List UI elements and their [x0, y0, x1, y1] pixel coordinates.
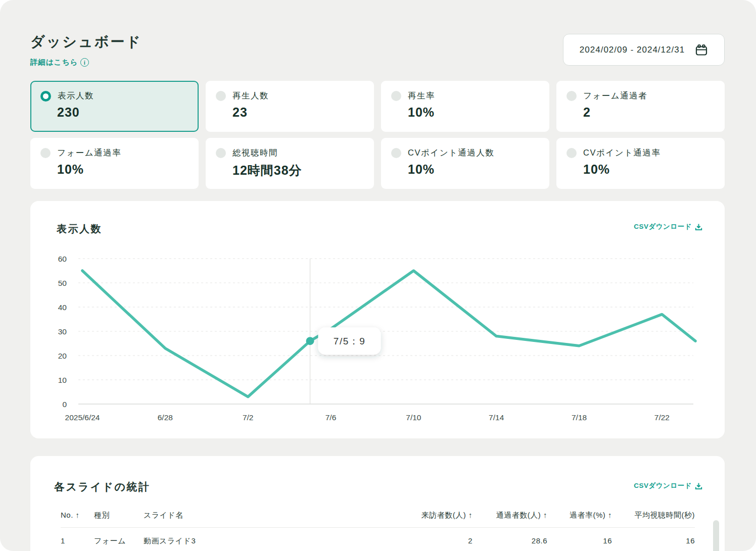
metric-label: CVポイント通過率	[583, 147, 660, 159]
x-axis-tick-label: 7/2	[243, 413, 254, 422]
x-axis-tick-label: 6/28	[158, 413, 173, 422]
x-axis-tick-label: 7/18	[572, 413, 587, 422]
metric-value: 2	[583, 105, 715, 120]
details-link[interactable]: 詳細はこちら i	[30, 58, 89, 67]
x-axis-tick-label: 7/22	[654, 413, 670, 422]
radio-unselected-icon	[566, 148, 577, 158]
radio-unselected-icon	[40, 148, 51, 158]
metric-label: フォーム通過率	[57, 147, 121, 159]
y-axis-tick-label: 0	[62, 400, 67, 409]
download-icon	[695, 223, 702, 231]
metric-value: 10%	[408, 105, 539, 120]
table-cell: 28.6	[472, 536, 547, 546]
y-axis-tick-label: 30	[58, 327, 67, 336]
chart-line	[82, 271, 695, 397]
x-axis-tick-label: 7/10	[406, 413, 421, 422]
metric-value: 10%	[583, 162, 715, 177]
table-row: 1フォーム動画スライド3228.61616	[61, 528, 695, 546]
chart-title: 表示人数	[57, 222, 102, 236]
stats-table-card: 各スライドの統計 CSVダウンロード No. ↑種別スライド名来訪者数(人) ↑…	[30, 456, 725, 551]
calendar-icon	[695, 43, 708, 57]
csv-download-label: CSVダウンロード	[634, 481, 692, 490]
x-axis-tick-label: 7/6	[325, 413, 337, 422]
date-range-picker[interactable]: 2024/02/09 - 2024/12/31	[563, 34, 725, 66]
line-chart-svg: 01020304050602025/6/246/287/27/67/107/14…	[30, 249, 725, 431]
column-header-2: スライド名	[144, 511, 387, 520]
radio-unselected-icon	[391, 148, 401, 158]
radio-unselected-icon	[216, 148, 226, 158]
metric-label: CVポイント通過人数	[408, 147, 494, 159]
radio-unselected-icon	[391, 91, 401, 101]
column-header-0[interactable]: No. ↑	[61, 511, 94, 520]
stats-table-header: No. ↑種別スライド名来訪者数(人) ↑通過者数(人) ↑過者率(%) ↑平均…	[61, 511, 695, 528]
table-cell: 16	[612, 536, 695, 546]
metric-card-3[interactable]: フォーム通過者2	[556, 81, 725, 132]
metric-value: 23	[232, 105, 364, 120]
metric-label: 表示人数	[58, 90, 94, 102]
metric-card-0[interactable]: 表示人数230	[30, 81, 199, 132]
column-header-3[interactable]: 来訪者数(人) ↑	[387, 511, 472, 520]
radio-selected-icon	[40, 91, 51, 102]
metric-card-5[interactable]: 総視聴時間12時間38分	[206, 138, 374, 189]
column-header-6: 平均視聴時間(秒)	[612, 511, 695, 520]
table-cell: 動画スライド3	[144, 536, 387, 546]
metric-value: 230	[57, 105, 188, 120]
chart-point-marker	[306, 337, 314, 345]
metric-card-4[interactable]: フォーム通過率10%	[30, 138, 199, 189]
dashboard-page: ダッシュボード 詳細はこちら i 2024/02/09 - 2024/12/31…	[0, 0, 756, 551]
details-link-label: 詳細はこちら	[30, 58, 78, 67]
column-header-4[interactable]: 通過者数(人) ↑	[472, 511, 547, 520]
table-cell: 16	[547, 536, 612, 546]
metric-label: 総視聴時間	[232, 147, 278, 159]
stats-table: No. ↑種別スライド名来訪者数(人) ↑通過者数(人) ↑過者率(%) ↑平均…	[61, 511, 695, 546]
date-range-text: 2024/02/09 - 2024/12/31	[580, 45, 685, 55]
table-title: 各スライドの統計	[54, 480, 150, 494]
metric-cards: 表示人数230再生人数23再生率10%フォーム通過者2フォーム通過率10%総視聴…	[30, 81, 725, 189]
metric-card-6[interactable]: CVポイント通過人数10%	[381, 138, 549, 189]
radio-unselected-icon	[216, 91, 226, 101]
tooltip-text: 7/5：9	[334, 336, 365, 346]
table-scrollbar-thumb[interactable]	[713, 520, 719, 551]
table-cell: フォーム	[94, 536, 144, 546]
metric-card-1[interactable]: 再生人数23	[206, 81, 374, 132]
column-header-1: 種別	[94, 511, 144, 520]
metric-card-7[interactable]: CVポイント通過率10%	[556, 138, 725, 189]
y-axis-tick-label: 10	[58, 376, 67, 384]
y-axis-tick-label: 40	[58, 303, 67, 312]
y-axis-tick-label: 50	[58, 279, 67, 287]
x-axis-tick-label: 2025/6/24	[65, 413, 100, 422]
info-icon: i	[80, 58, 89, 67]
column-header-5[interactable]: 過者率(%) ↑	[547, 511, 612, 520]
metric-label: フォーム通過者	[583, 90, 647, 102]
chart-tooltip: 7/5：9	[318, 327, 381, 355]
chart-card: 表示人数 CSVダウンロード 01020304050602025/6/246/2…	[30, 201, 725, 438]
page-title: ダッシュボード	[30, 32, 142, 52]
metric-label: 再生率	[408, 90, 435, 102]
stats-table-body: 1フォーム動画スライド3228.61616	[61, 528, 695, 546]
table-cell: 2	[387, 536, 472, 546]
metric-value: 12時間38分	[232, 162, 364, 179]
csv-download-label: CSVダウンロード	[634, 222, 692, 231]
table-csv-download-button[interactable]: CSVダウンロード	[634, 481, 702, 490]
metric-value: 10%	[57, 162, 188, 177]
download-icon	[695, 482, 702, 490]
y-axis-tick-label: 20	[58, 352, 67, 360]
metric-label: 再生人数	[232, 90, 269, 102]
chart-csv-download-button[interactable]: CSVダウンロード	[634, 222, 702, 231]
metric-value: 10%	[408, 162, 539, 177]
y-axis-tick-label: 60	[58, 255, 67, 263]
radio-unselected-icon	[566, 91, 577, 101]
table-cell: 1	[61, 536, 94, 546]
x-axis-tick-label: 7/14	[489, 413, 504, 422]
metric-card-2[interactable]: 再生率10%	[381, 81, 549, 132]
